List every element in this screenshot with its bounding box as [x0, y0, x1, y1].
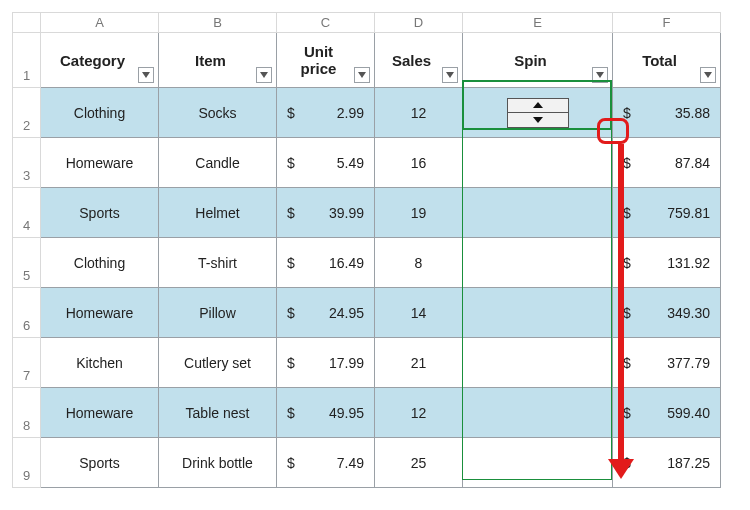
header-category[interactable]: Category [41, 33, 159, 88]
cell-total[interactable]: $349.30 [613, 288, 721, 338]
cell-sales[interactable]: 25 [375, 438, 463, 488]
cell-item[interactable]: T-shirt [159, 238, 277, 288]
cell-item[interactable]: Candle [159, 138, 277, 188]
cell-total[interactable]: $377.79 [613, 338, 721, 388]
row-header-2[interactable]: 2 [13, 88, 41, 138]
row-header-1[interactable]: 1 [13, 33, 41, 88]
filter-button-total[interactable] [700, 67, 716, 83]
cell-sales[interactable]: 14 [375, 288, 463, 338]
col-header-e[interactable]: E [463, 13, 613, 33]
spin-up-button[interactable] [508, 99, 568, 113]
row-header-5[interactable]: 5 [13, 238, 41, 288]
spin-down-button[interactable] [508, 113, 568, 127]
filter-button-unit-price[interactable] [354, 67, 370, 83]
cell-spin[interactable] [463, 238, 613, 288]
header-total-label: Total [642, 52, 677, 69]
filter-button-item[interactable] [256, 67, 272, 83]
cell-item[interactable]: Cutlery set [159, 338, 277, 388]
col-header-a[interactable]: A [41, 13, 159, 33]
column-header-row: A B C D E F [13, 13, 721, 33]
row-header-8[interactable]: 8 [13, 388, 41, 438]
currency-symbol: $ [623, 105, 631, 121]
cell-item[interactable]: Drink bottle [159, 438, 277, 488]
cell-unit-price[interactable]: $39.99 [277, 188, 375, 238]
table-row: 9 Sports Drink bottle $7.49 25 $187.25 [13, 438, 721, 488]
cell-spin[interactable] [463, 288, 613, 338]
cell-unit-price[interactable]: $24.95 [277, 288, 375, 338]
spin-button-control[interactable] [507, 98, 569, 128]
cell-item[interactable]: Socks [159, 88, 277, 138]
filter-button-category[interactable] [138, 67, 154, 83]
cell-total[interactable]: $131.92 [613, 238, 721, 288]
triangle-up-icon [533, 102, 543, 108]
cell-spin[interactable] [463, 188, 613, 238]
header-item[interactable]: Item [159, 33, 277, 88]
cell-unit-price[interactable]: $2.99 [277, 88, 375, 138]
currency-symbol: $ [287, 105, 295, 121]
cell-unit-price[interactable]: $17.99 [277, 338, 375, 388]
header-unit-price[interactable]: Unit price [277, 33, 375, 88]
cell-item[interactable]: Helmet [159, 188, 277, 238]
cell-sales[interactable]: 12 [375, 388, 463, 438]
cell-spin[interactable] [463, 338, 613, 388]
cell-total[interactable]: $87.84 [613, 138, 721, 188]
cell-sales[interactable]: 19 [375, 188, 463, 238]
cell-unit-price[interactable]: $16.49 [277, 238, 375, 288]
cell-item[interactable]: Table nest [159, 388, 277, 438]
table-row: 3 Homeware Candle $5.49 16 $87.84 [13, 138, 721, 188]
row-header-4[interactable]: 4 [13, 188, 41, 238]
row-header-3[interactable]: 3 [13, 138, 41, 188]
row-header-7[interactable]: 7 [13, 338, 41, 388]
cell-category[interactable]: Clothing [41, 88, 159, 138]
cell-unit-price[interactable]: $7.49 [277, 438, 375, 488]
cell-unit-price[interactable]: $49.95 [277, 388, 375, 438]
unit-price-value: 2.99 [337, 105, 364, 121]
filter-button-spin[interactable] [592, 67, 608, 83]
cell-spin[interactable] [463, 438, 613, 488]
col-header-c[interactable]: C [277, 13, 375, 33]
chevron-down-icon [142, 72, 150, 78]
header-spin-label: Spin [514, 52, 547, 69]
cell-category[interactable]: Homeware [41, 138, 159, 188]
triangle-down-icon [533, 117, 543, 123]
cell-spin[interactable] [463, 88, 613, 138]
cell-category[interactable]: Clothing [41, 238, 159, 288]
col-header-b[interactable]: B [159, 13, 277, 33]
corner-cell[interactable] [13, 13, 41, 33]
header-spin[interactable]: Spin [463, 33, 613, 88]
cell-total[interactable]: $35.88 [613, 88, 721, 138]
cell-category[interactable]: Sports [41, 188, 159, 238]
cell-sales[interactable]: 12 [375, 88, 463, 138]
cell-item[interactable]: Pillow [159, 288, 277, 338]
header-total[interactable]: Total [613, 33, 721, 88]
cell-total[interactable]: $599.40 [613, 388, 721, 438]
filter-button-sales[interactable] [442, 67, 458, 83]
chevron-down-icon [596, 72, 604, 78]
row-header-6[interactable]: 6 [13, 288, 41, 338]
cell-spin[interactable] [463, 388, 613, 438]
table-row: 5 Clothing T-shirt $16.49 8 $131.92 [13, 238, 721, 288]
cell-total[interactable]: $759.81 [613, 188, 721, 238]
cell-unit-price[interactable]: $5.49 [277, 138, 375, 188]
col-header-f[interactable]: F [613, 13, 721, 33]
table-header-row: 1 Category Item Unit price Sales [13, 33, 721, 88]
cell-sales[interactable]: 21 [375, 338, 463, 388]
cell-sales[interactable]: 16 [375, 138, 463, 188]
col-header-d[interactable]: D [375, 13, 463, 33]
chevron-down-icon [704, 72, 712, 78]
header-item-label: Item [195, 52, 226, 69]
header-category-label: Category [60, 52, 125, 69]
table-row: 6 Homeware Pillow $24.95 14 $349.30 [13, 288, 721, 338]
spreadsheet-grid[interactable]: A B C D E F 1 Category Item Unit price [12, 12, 721, 488]
cell-spin[interactable] [463, 138, 613, 188]
cell-category[interactable]: Kitchen [41, 338, 159, 388]
total-value: 35.88 [675, 105, 710, 121]
row-header-9[interactable]: 9 [13, 438, 41, 488]
cell-sales[interactable]: 8 [375, 238, 463, 288]
table-row: 8 Homeware Table nest $49.95 12 $599.40 [13, 388, 721, 438]
header-sales[interactable]: Sales [375, 33, 463, 88]
cell-category[interactable]: Homeware [41, 388, 159, 438]
cell-total[interactable]: $187.25 [613, 438, 721, 488]
cell-category[interactable]: Sports [41, 438, 159, 488]
cell-category[interactable]: Homeware [41, 288, 159, 338]
